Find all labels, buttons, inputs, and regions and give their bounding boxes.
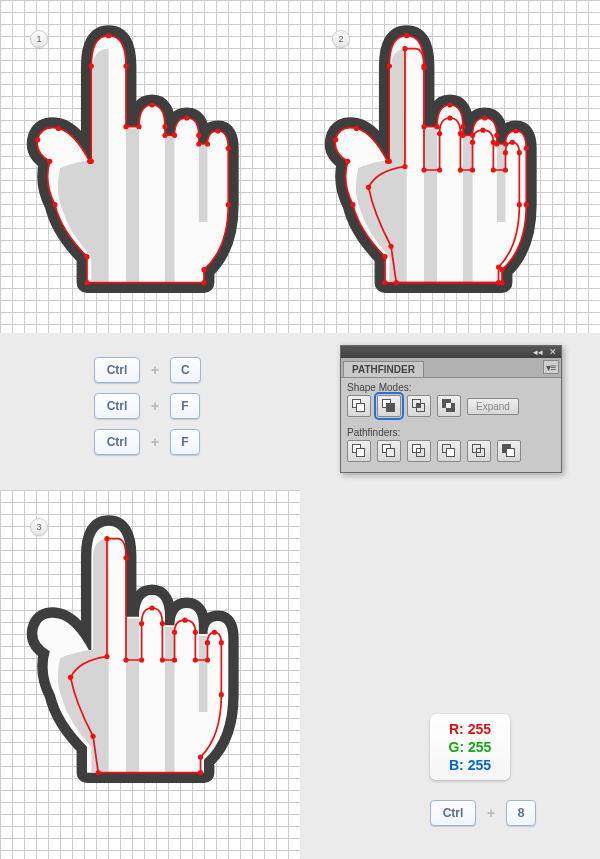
rgb-g-label: G: (449, 739, 465, 755)
key-ctrl: Ctrl (94, 393, 140, 419)
shape-mode-exclude[interactable] (437, 395, 461, 417)
rgb-g-row: G: 255 (449, 738, 492, 756)
plus-icon: + (148, 363, 162, 377)
pathfinder-trim[interactable] (377, 440, 401, 462)
shortcut-row: Ctrl + C (94, 357, 234, 383)
artwork-hand-step3[interactable] (22, 500, 282, 820)
rgb-b-value: 255 (468, 757, 491, 773)
shape-mode-unite[interactable] (347, 395, 371, 417)
key-f: F (170, 429, 200, 455)
pathfinder-panel[interactable]: ◂◂ ✕ PATHFINDER ▾≡ Shape Modes: Expand P… (340, 345, 562, 473)
pathfinders-label: Pathfinders: (341, 423, 561, 440)
pathfinder-merge[interactable] (407, 440, 431, 462)
key-ctrl: Ctrl (94, 429, 140, 455)
pathfinder-minus-back[interactable] (497, 440, 521, 462)
shape-mode-minus-front[interactable] (377, 395, 401, 417)
shortcut-bottom: Ctrl + 8 (430, 800, 536, 826)
step-badge-2: 2 (332, 30, 350, 48)
shortcut-list: Ctrl + C Ctrl + F Ctrl + F (94, 357, 234, 465)
panel-titlebar[interactable]: ◂◂ ✕ (341, 346, 561, 358)
pathfinders-row (341, 440, 561, 472)
shape-mode-intersect[interactable] (407, 395, 431, 417)
plus-icon: + (148, 435, 162, 449)
pathfinder-divide[interactable] (347, 440, 371, 462)
key-8: 8 (506, 800, 536, 826)
rgb-r-value: 255 (468, 721, 491, 737)
expand-button[interactable]: Expand (467, 398, 519, 415)
shape-modes-row: Expand (341, 395, 561, 423)
shortcut-row: Ctrl + F (94, 393, 234, 419)
rgb-b-label: B: (449, 757, 464, 773)
key-ctrl: Ctrl (94, 357, 140, 383)
key-f: F (170, 393, 200, 419)
plus-icon: + (148, 399, 162, 413)
artwork-hand-step1[interactable] (22, 10, 282, 330)
step-badge-1: 1 (30, 30, 48, 48)
key-c: C (170, 357, 201, 383)
shape-modes-label: Shape Modes: (341, 378, 561, 395)
artwork-hand-step2[interactable] (320, 10, 580, 330)
rgb-r-label: R: (449, 721, 464, 737)
shortcut-row: Ctrl + F (94, 429, 234, 455)
pathfinder-outline[interactable] (467, 440, 491, 462)
panel-menu-button[interactable]: ▾≡ (543, 360, 559, 374)
collapse-icon[interactable]: ◂◂ (533, 348, 543, 357)
plus-icon: + (484, 806, 498, 820)
panel-tab-pathfinder[interactable]: PATHFINDER (343, 361, 424, 377)
panel-tab-row: PATHFINDER ▾≡ (341, 358, 561, 378)
pathfinder-crop[interactable] (437, 440, 461, 462)
step-badge-3: 3 (30, 518, 48, 536)
rgb-r-row: R: 255 (449, 720, 491, 738)
color-rgb-readout: R: 255 G: 255 B: 255 (430, 714, 510, 780)
rgb-g-value: 255 (468, 739, 491, 755)
menu-icon: ▾≡ (546, 362, 557, 373)
rgb-b-row: B: 255 (449, 756, 491, 774)
key-ctrl: Ctrl (430, 800, 476, 826)
close-icon[interactable]: ✕ (549, 348, 557, 357)
